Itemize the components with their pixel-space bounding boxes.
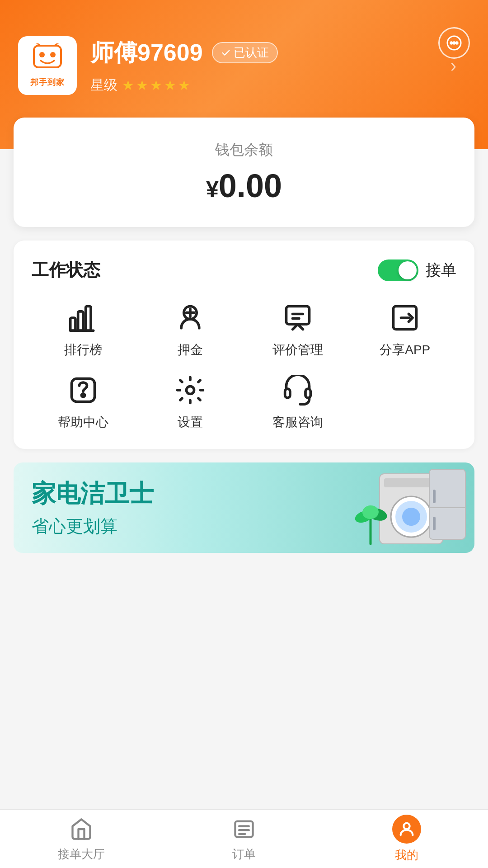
wallet-amount: ¥0.00 [32,167,456,204]
wallet-value: 0.00 [219,168,282,204]
svg-point-20 [187,387,194,394]
help-icon [65,372,101,408]
banner[interactable]: 家电洁卫士 省心更划算 [14,462,474,553]
star-2: ★ [136,77,148,93]
nav-item-mine[interactable]: 我的 [361,815,452,863]
nav-label-orders: 订单 [232,846,256,862]
verified-badge: 已认证 [212,42,278,63]
nav-item-orders[interactable]: 订单 [199,816,289,862]
menu-label-review: 评价管理 [272,341,323,359]
menu-item-settings[interactable]: 设置 [139,372,242,431]
menu-item-share[interactable]: 分享APP [354,300,457,359]
svg-rect-22 [305,389,310,398]
menu-label-settings: 设置 [178,414,203,431]
work-status-card: 工作状态 接单 排行榜 [14,241,474,449]
stars-container: ★ ★ ★ ★ ★ [122,77,190,93]
nav-label-hall: 接单大厅 [58,846,105,862]
verified-text: 已认证 [234,45,269,61]
work-status-toggle[interactable] [378,259,418,281]
menu-item-service[interactable]: 客服咨询 [246,372,349,431]
svg-rect-9 [70,318,75,330]
wallet-currency: ¥ [206,177,219,202]
menu-item-deposit[interactable]: 押金 [139,300,242,359]
wallet-title: 钱包余额 [32,140,456,160]
avatar[interactable]: 邦手到家 [18,36,77,95]
star-5: ★ [178,77,190,93]
menu-label-ranking: 排行榜 [64,341,102,359]
nav-label-mine: 我的 [395,847,418,863]
svg-point-40 [404,823,409,829]
star-4: ★ [164,77,176,93]
menu-row-1: 排行榜 押金 评价管理 [32,300,456,359]
profile-chevron-icon[interactable]: › [450,56,456,76]
menu-item-review[interactable]: 评价管理 [246,300,349,359]
orders-icon [230,816,258,843]
profile-info: 师傅97609 已认证 星级 ★ ★ ★ ★ ★ [90,37,470,94]
svg-rect-21 [285,389,290,398]
svg-rect-10 [78,311,83,331]
menu-item-help[interactable]: 帮助中心 [32,372,135,431]
chart-bar-icon [65,300,101,336]
menu-label-share: 分享APP [380,341,430,359]
toggle-knob [399,261,417,279]
menu-label-deposit: 押金 [178,341,203,359]
star-label: 星级 [90,76,117,94]
work-status-title: 工作状态 [32,259,100,282]
share-icon [387,300,423,336]
svg-point-6 [50,52,56,57]
wallet-card: 钱包余额 ¥0.00 [14,118,474,227]
review-icon [280,300,316,336]
svg-point-27 [402,508,420,526]
profile-row: 邦手到家 师傅97609 已认证 星级 ★ ★ ★ ★ [18,36,470,95]
deposit-icon [172,300,208,336]
menu-label-service: 客服咨询 [272,414,323,431]
nav-item-hall[interactable]: 接单大厅 [36,816,127,862]
settings-icon [172,372,208,408]
menu-row-2: 帮助中心 设置 客服咨询 [32,372,456,431]
app-name-label: 邦手到家 [30,77,65,88]
svg-rect-14 [286,307,309,325]
service-icon [280,372,316,408]
banner-subtitle: 省心更划算 [32,515,154,538]
bottom-nav: 接单大厅 订单 我的 [0,809,488,868]
star-1: ★ [122,77,134,93]
svg-point-5 [39,52,45,57]
svg-point-19 [82,394,84,397]
star-3: ★ [150,77,162,93]
username-label: 师傅97609 [90,37,203,69]
svg-rect-30 [433,490,436,503]
svg-rect-31 [433,517,436,530]
banner-text: 家电洁卫士 省心更划算 [14,477,172,538]
mine-active-icon [392,815,421,844]
hall-icon [68,816,95,843]
menu-placeholder [354,372,457,431]
banner-title: 家电洁卫士 [32,477,154,510]
menu-label-help: 帮助中心 [58,414,108,431]
svg-rect-11 [85,307,90,331]
banner-image [303,462,474,553]
menu-item-ranking[interactable]: 排行榜 [32,300,135,359]
accept-order-label: 接单 [426,260,456,281]
